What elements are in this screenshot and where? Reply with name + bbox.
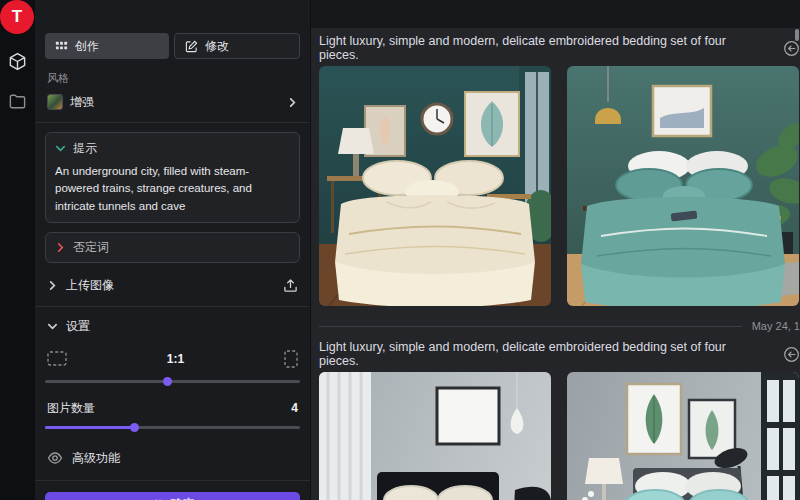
reuse-prompt-icon[interactable] <box>783 40 800 57</box>
generated-image-4[interactable] <box>567 372 799 500</box>
negative-prompt-card[interactable]: 否定词 <box>45 232 300 263</box>
reuse-prompt-icon[interactable] <box>783 346 800 363</box>
prompt-section-label: 提示 <box>73 140 97 157</box>
generated-image-3[interactable] <box>319 372 551 500</box>
tab-edit-label: 修改 <box>205 38 229 55</box>
advanced-features-row[interactable]: 高级功能 <box>45 450 300 467</box>
mode-tabs: 创作 修改 <box>45 33 300 59</box>
divider <box>35 122 310 123</box>
settings-label: 设置 <box>66 318 90 335</box>
app-logo[interactable]: T <box>0 0 34 34</box>
chevron-down-icon <box>47 321 58 332</box>
gallery-area: Light luxury, simple and modern, delicat… <box>310 0 800 500</box>
grid-icon <box>55 40 68 53</box>
tab-edit[interactable]: 修改 <box>174 33 300 59</box>
style-thumbnail <box>47 94 63 110</box>
app-logo-letter: T <box>12 7 22 27</box>
upload-icon[interactable] <box>283 278 298 293</box>
app-rail: T <box>0 0 35 500</box>
style-value: 增强 <box>70 94 94 111</box>
image-count-row: 图片数量 4 <box>45 400 300 417</box>
upload-image-label: 上传图像 <box>66 277 114 294</box>
slider-thumb[interactable] <box>163 377 172 386</box>
aspect-ratio-row: 1:1 <box>45 350 300 368</box>
tab-create-label: 创作 <box>75 38 99 55</box>
chevron-right-icon[interactable] <box>55 242 66 253</box>
image-count-slider[interactable] <box>45 426 300 429</box>
date-separator: May 24, 1 <box>319 318 800 334</box>
style-selector[interactable]: 增强 <box>45 91 300 113</box>
style-section-label: 风格 <box>47 71 298 86</box>
generation-prompt-text: Light luxury, simple and modern, delicat… <box>319 340 769 368</box>
models-cube-icon[interactable] <box>8 52 27 71</box>
chevron-down-icon[interactable] <box>55 143 66 154</box>
eye-icon <box>47 450 63 466</box>
chevron-right-icon <box>47 280 58 291</box>
divider <box>35 306 310 307</box>
scrollbar[interactable] <box>795 29 799 41</box>
confirm-button[interactable]: 确定 <box>45 492 300 500</box>
prompt-card[interactable]: 提示 An underground city, filled with stea… <box>45 132 300 223</box>
aspect-ratio-slider[interactable] <box>45 380 300 383</box>
edit-icon <box>185 40 198 53</box>
image-count-value: 4 <box>291 401 298 415</box>
advanced-features-label: 高级功能 <box>72 450 120 467</box>
landscape-frame-icon[interactable] <box>47 351 67 366</box>
settings-header[interactable]: 设置 <box>45 315 300 338</box>
portrait-frame-icon[interactable] <box>284 350 298 368</box>
slider-fill <box>45 426 134 429</box>
generation-prompt-text: Light luxury, simple and modern, delicat… <box>319 34 769 62</box>
negative-prompt-label: 否定词 <box>73 239 109 256</box>
tab-create[interactable]: 创作 <box>45 33 169 59</box>
chevron-right-icon <box>287 97 298 108</box>
upload-image-row[interactable]: 上传图像 <box>45 274 300 297</box>
gallery-top-bar <box>311 0 800 28</box>
image-count-label: 图片数量 <box>47 400 95 417</box>
generation-date: May 24, 1 <box>752 320 800 332</box>
separator-line <box>319 326 742 327</box>
generated-image-2[interactable] <box>567 66 799 306</box>
generation-group: Light luxury, simple and modern, delicat… <box>319 344 800 500</box>
folder-icon[interactable] <box>8 92 27 111</box>
confirm-button-label: 确定 <box>170 496 195 500</box>
divider <box>35 480 310 481</box>
generation-group: Light luxury, simple and modern, delicat… <box>319 38 800 334</box>
aspect-ratio-value: 1:1 <box>67 352 284 366</box>
slider-thumb[interactable] <box>130 423 139 432</box>
prompt-input[interactable]: An underground city, filled with steam-p… <box>55 163 290 215</box>
generated-image-1[interactable] <box>319 66 551 306</box>
generation-panel: 创作 修改 风格 增强 提示 An underground city, fill… <box>35 0 310 500</box>
